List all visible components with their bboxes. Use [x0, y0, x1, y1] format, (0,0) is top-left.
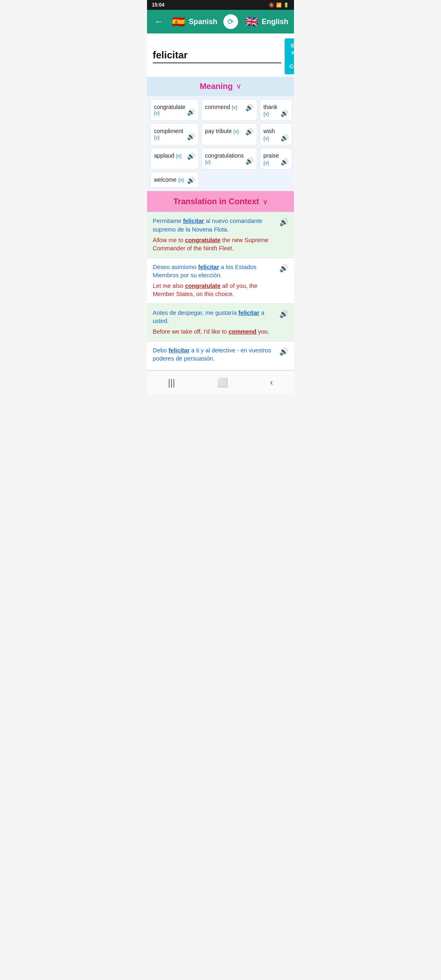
- search-area: Search words in Context: [147, 33, 294, 77]
- sound-icon[interactable]: 🔊: [187, 152, 195, 160]
- meaning-section-header[interactable]: Meaning ∨: [147, 77, 294, 96]
- back-button[interactable]: ←: [153, 15, 165, 29]
- context-entry-3: Antes de despegar, me gustaría felicitar…: [147, 304, 294, 341]
- header: ← 🇪🇸 Spanish ⟳ 🇬🇧 English: [147, 10, 294, 33]
- battery-icon: 🔋: [283, 2, 289, 8]
- word-text: thank {v}: [263, 104, 279, 118]
- status-bar: 15:04 🔕 📶 🔋: [147, 0, 294, 10]
- spanish-label: Spanish: [189, 18, 217, 26]
- word-card-commend[interactable]: commend {v} 🔊: [201, 99, 257, 121]
- context-texts-3: Antes de despegar, me gustaría felicitar…: [153, 309, 276, 336]
- highlight-congratulate: congratulate: [185, 283, 220, 289]
- context-entry-1: Permitame felicitar al nuevo comandante …: [147, 212, 294, 258]
- word-text: congratulations: [205, 152, 244, 159]
- wifi-icon: 📶: [276, 2, 282, 8]
- word-type: {v}: [205, 159, 211, 165]
- highlight-felicitar: felicitar: [169, 347, 190, 354]
- word-text: wish {v}: [263, 128, 279, 142]
- word-card-compliment[interactable]: compliment {v} 🔊: [150, 123, 199, 145]
- sound-icon[interactable]: 🔊: [279, 346, 288, 356]
- swap-button[interactable]: ⟳: [223, 14, 238, 29]
- meaning-title: Meaning: [200, 82, 233, 91]
- context-texts-2: Deseo asimismo felicitar a los Estados M…: [153, 263, 276, 298]
- context-texts-1: Permitame felicitar al nuevo comandante …: [153, 217, 276, 252]
- menu-nav-button[interactable]: |||: [160, 375, 183, 390]
- translation-section-header[interactable]: Translation in Context ∨: [147, 191, 294, 212]
- sound-icon[interactable]: 🔊: [279, 263, 288, 273]
- word-type: {v}: [154, 110, 160, 116]
- sound-icon[interactable]: 🔊: [245, 104, 254, 111]
- sound-icon[interactable]: 🔊: [245, 128, 254, 136]
- sound-icon[interactable]: 🔊: [187, 108, 195, 116]
- highlight-felicitar: felicitar: [238, 310, 260, 316]
- word-card-congratulate[interactable]: congratulate {v} 🔊: [150, 99, 199, 121]
- word-type: {v}: [154, 135, 160, 140]
- search-context-button[interactable]: Search words in Context: [285, 38, 294, 74]
- sound-icon[interactable]: 🔊: [279, 309, 288, 318]
- context-spanish-3: Antes de despegar, me gustaría felicitar…: [153, 309, 276, 325]
- word-text: welcome {v}: [154, 176, 184, 183]
- home-nav-button[interactable]: ⬜: [209, 375, 236, 390]
- word-card-welcome[interactable]: welcome {v} 🔊: [150, 172, 199, 188]
- back-nav-button[interactable]: ‹: [262, 375, 281, 390]
- word-text: applaud {v}: [154, 152, 182, 159]
- highlight-commend: commend: [228, 328, 256, 335]
- sound-icon[interactable]: 🔊: [279, 217, 288, 227]
- sound-icon[interactable]: 🔊: [281, 109, 289, 117]
- english-lang: 🇬🇧 English: [244, 14, 288, 29]
- status-icons: 🔕 📶 🔋: [269, 2, 289, 8]
- highlight-felicitar: felicitar: [198, 264, 219, 270]
- context-entry-4: Debo felicitar a ti y al detective - en …: [147, 341, 294, 371]
- sound-icon[interactable]: 🔊: [187, 176, 195, 184]
- word-text: commend {v}: [205, 104, 237, 111]
- word-card-praise[interactable]: praise {v} 🔊: [260, 148, 292, 170]
- word-text: congratulate: [154, 104, 185, 111]
- word-card-pay-tribute[interactable]: pay tribute {v} 🔊: [201, 123, 257, 145]
- status-time: 15:04: [152, 2, 165, 8]
- word-card-congratulations[interactable]: congratulations {v} 🔊: [201, 148, 257, 170]
- nav-bar: ||| ⬜ ‹: [147, 370, 294, 394]
- word-text: praise {v}: [263, 152, 279, 166]
- word-grid: congratulate {v} 🔊 commend {v} 🔊 thank {…: [147, 96, 294, 192]
- english-flag: 🇬🇧: [244, 14, 259, 29]
- spanish-lang: 🇪🇸 Spanish: [171, 14, 217, 29]
- word-input[interactable]: [153, 49, 281, 63]
- context-list: Permitame felicitar al nuevo comandante …: [147, 212, 294, 370]
- spanish-flag: 🇪🇸: [171, 14, 186, 29]
- context-spanish-2: Deseo asimismo felicitar a los Estados M…: [153, 263, 276, 280]
- translation-title: Translation in Context: [173, 197, 259, 206]
- word-card-thank[interactable]: thank {v} 🔊: [260, 99, 292, 121]
- context-spanish-4: Debo felicitar a ti y al detective - en …: [153, 346, 276, 363]
- english-label: English: [262, 18, 288, 26]
- context-english-2: Let me also congratulate all of you, the…: [153, 282, 276, 298]
- sound-icon[interactable]: 🔊: [245, 157, 254, 165]
- word-text: pay tribute {v}: [205, 128, 239, 135]
- highlight-felicitar: felicitar: [183, 218, 204, 224]
- word-text: compliment: [154, 128, 183, 135]
- word-card-wish[interactable]: wish {v} 🔊: [260, 123, 292, 145]
- context-english-1: Allow me to congratulate the new Supreme…: [153, 236, 276, 253]
- highlight-congratulate: congratulate: [185, 237, 220, 243]
- sound-icon[interactable]: 🔊: [281, 134, 289, 142]
- mute-icon: 🔕: [269, 2, 274, 8]
- translation-chevron-icon: ∨: [263, 197, 268, 206]
- word-card-applaud[interactable]: applaud {v} 🔊: [150, 148, 199, 170]
- context-entry-2: Deseo asimismo felicitar a los Estados M…: [147, 258, 294, 304]
- sound-icon[interactable]: 🔊: [187, 133, 195, 140]
- context-texts-4: Debo felicitar a ti y al detective - en …: [153, 346, 276, 365]
- context-english-3: Before we take off, I'd like to commend …: [153, 327, 276, 336]
- meaning-chevron-icon: ∨: [236, 82, 241, 91]
- context-spanish-1: Permitame felicitar al nuevo comandante …: [153, 217, 276, 234]
- sound-icon[interactable]: 🔊: [281, 158, 289, 166]
